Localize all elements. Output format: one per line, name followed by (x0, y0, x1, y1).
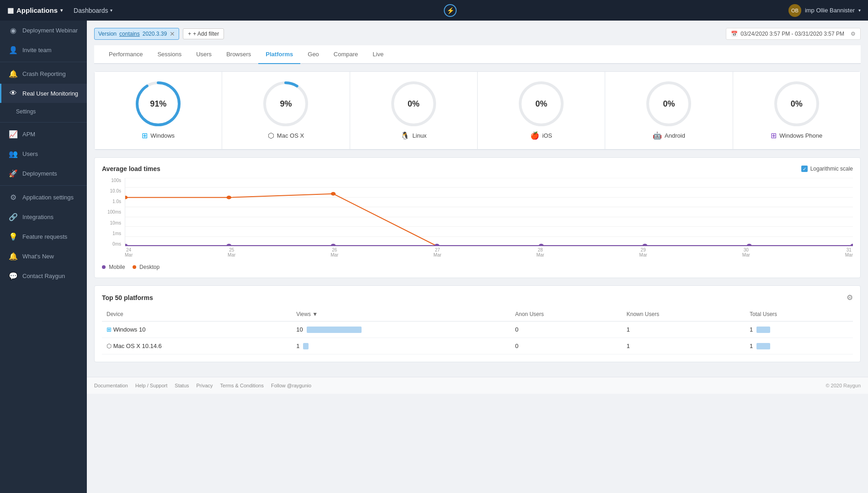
platform-name-ios: iOS (542, 132, 552, 139)
platform-icon-winphone: ⊞ (771, 131, 777, 140)
log-scale-checkbox[interactable]: ✓ (801, 166, 808, 172)
sort-icon: ▼ (312, 311, 318, 317)
platform-circles-row: 91% ⊞ Windows 9% ⬡ Mac OS X 0% 🐧 (95, 72, 860, 150)
tab-platforms[interactable]: Platforms (258, 45, 300, 64)
sidebar: ◉ Deployment Webinar 👤 Invite team 🔔 Cra… (0, 21, 87, 493)
y-label: 0ms (112, 241, 121, 246)
circle-macos: 9% (263, 81, 309, 127)
footer-link[interactable]: Help / Support (135, 383, 167, 388)
sidebar-item-feature[interactable]: 💡 Feature requests (0, 227, 87, 246)
y-label: 100ms (107, 209, 121, 214)
circle-text-winphone: 0% (791, 99, 803, 109)
footer-link[interactable]: Privacy (197, 383, 213, 388)
circle-android: 0% (646, 81, 692, 127)
col-views[interactable]: Views ▼ (292, 307, 511, 322)
svg-point-15 (125, 196, 128, 199)
circle-text-windows: 91% (150, 99, 166, 109)
platform-card-ios[interactable]: 0% 🍎 iOS (478, 72, 605, 149)
svg-point-30 (851, 244, 853, 246)
contact-icon: 💬 (9, 272, 18, 280)
svg-point-28 (643, 244, 648, 246)
deployment-icon: ◉ (9, 26, 18, 35)
sidebar-item-deployments[interactable]: 🚀 Deployments (0, 164, 87, 183)
svg-point-16 (227, 196, 232, 199)
sidebar-item-integrations[interactable]: 🔗 Integrations (0, 207, 87, 227)
tab-geo[interactable]: Geo (300, 45, 326, 64)
calendar-icon: 📅 (731, 31, 738, 37)
platform-card-linux[interactable]: 0% 🐧 Linux (350, 72, 478, 149)
avatar: OB (788, 4, 801, 17)
filter-bar: Version contains 2020.3.39 ✕ + + Add fil… (94, 28, 861, 40)
platform-label-windows: ⊞ Windows (142, 131, 175, 140)
sidebar-item-deployment[interactable]: ◉ Deployment Webinar (0, 21, 87, 40)
feature-icon: 💡 (9, 232, 18, 241)
sidebar-item-contact[interactable]: 💬 Contact Raygun (0, 266, 87, 286)
sidebar-item-users[interactable]: 👥 Users (0, 144, 87, 164)
legend-mobile: Mobile (102, 264, 125, 270)
footer-link[interactable]: Status (175, 383, 189, 388)
footer-link[interactable]: Documentation (94, 383, 128, 388)
date-settings-icon[interactable]: ⚙ (851, 31, 856, 37)
platform-name-windows: Windows (150, 132, 175, 139)
circle-windows: 91% (135, 81, 181, 127)
col-anon: Anon Users (511, 307, 622, 322)
platform-card-winphone[interactable]: 0% ⊞ Windows Phone (733, 72, 860, 149)
platform-label-ios: 🍎 iOS (530, 131, 552, 140)
footer-link[interactable]: Terms & Conditions (220, 383, 264, 388)
platform-icon-macos: ⬡ (268, 131, 274, 140)
date-range-picker[interactable]: 📅 03/24/2020 3:57 PM - 03/31/2020 3:57 P… (726, 28, 861, 40)
tab-users[interactable]: Users (189, 45, 219, 64)
lightning-button[interactable]: ⚡ (444, 4, 457, 17)
sidebar-item-rum[interactable]: 👁 Real User Monitoring (0, 84, 87, 103)
tab-live[interactable]: Live (365, 45, 391, 64)
table-row[interactable]: ⊞ Windows 10 10 0 1 1 (102, 322, 853, 338)
invite-icon: 👤 (9, 46, 18, 54)
tab-performance[interactable]: Performance (101, 45, 150, 64)
sidebar-item-invite[interactable]: 👤 Invite team (0, 40, 87, 60)
sidebar-item-apm[interactable]: 📈 APM (0, 124, 87, 144)
y-label: 100s (111, 178, 121, 183)
circle-text-linux: 0% (408, 99, 420, 109)
main-content: Version contains 2020.3.39 ✕ + + Add fil… (87, 21, 868, 493)
apm-icon: 📈 (9, 130, 18, 139)
chart-title: Average load times (102, 165, 160, 172)
chart-legend: Mobile Desktop (102, 264, 853, 270)
copyright: © 2020 Raygun (825, 383, 861, 388)
footer-link[interactable]: Follow @raygunio (271, 383, 311, 388)
platform-card-android[interactable]: 0% 🤖 Android (605, 72, 733, 149)
x-label: 25Mar (228, 247, 235, 260)
log-scale-toggle[interactable]: ✓ Logarithmic scale (801, 166, 853, 172)
device-name: Windows 10 (113, 326, 146, 333)
cell-known: 1 (622, 338, 745, 354)
mobile-dot (102, 265, 106, 269)
x-label: 26Mar (330, 247, 338, 260)
tab-browsers[interactable]: Browsers (219, 45, 258, 64)
views-bar (303, 343, 309, 349)
sidebar-divider-2 (0, 122, 87, 123)
user-menu[interactable]: OB imp Ollie Bannister ▾ (788, 4, 861, 17)
filter-remove[interactable]: ✕ (170, 30, 175, 38)
device-icon: ⬡ (107, 343, 112, 349)
platform-card-macos[interactable]: 9% ⬡ Mac OS X (222, 72, 350, 149)
sidebar-divider-3 (0, 185, 87, 186)
y-label: 10ms (110, 220, 121, 225)
device-icon: ⊞ (107, 326, 112, 333)
tab-sessions[interactable]: Sessions (150, 45, 189, 64)
chart-plot (125, 178, 853, 246)
integrations-icon: 🔗 (9, 213, 18, 221)
platform-card-windows[interactable]: 91% ⊞ Windows (95, 72, 222, 149)
table-settings-icon[interactable]: ⚙ (847, 293, 853, 302)
sidebar-item-settings[interactable]: Settings (0, 103, 87, 120)
table-row[interactable]: ⬡ Mac OS X 10.14.6 1 0 1 1 (102, 338, 853, 354)
dashboards-nav[interactable]: Dashboards ▾ (74, 7, 112, 14)
tab-compare[interactable]: Compare (326, 45, 365, 64)
cell-device: ⬡ Mac OS X 10.14.6 (102, 338, 292, 354)
chart-svg (125, 178, 853, 246)
sidebar-item-appsettings[interactable]: ⚙ Application settings (0, 188, 87, 207)
filter-tag[interactable]: Version contains 2020.3.39 ✕ (94, 28, 179, 40)
sidebar-item-whatsnew[interactable]: 🔔 What's New (0, 246, 87, 266)
chart-area: 100s10.0s1.0s100ms10ms1ms0ms (102, 178, 853, 260)
add-filter-button[interactable]: + + Add filter (183, 28, 224, 39)
sidebar-item-crash[interactable]: 🔔 Crash Reporting (0, 64, 87, 84)
applications-nav[interactable]: ▦ Applications ▾ (7, 6, 63, 15)
